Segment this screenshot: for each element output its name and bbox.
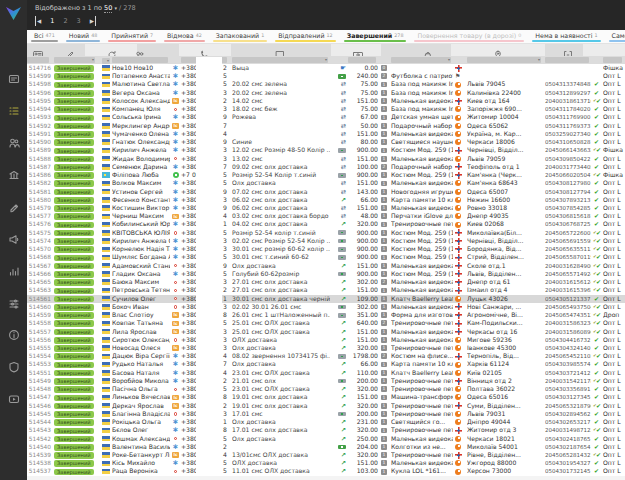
table-row[interactable]: 514563 Завершений Петровська Тетяна +380… [27, 286, 625, 294]
filter-ttn[interactable] [545, 57, 589, 63]
filter-amount[interactable] [348, 57, 376, 63]
phone-icon[interactable] [199, 45, 209, 55]
table-row[interactable]: 514565 Завершений Баюка Максим +380 63 2… [27, 278, 625, 286]
table-row[interactable]: 514577 Завершений Черниш Максим lc +380 … [27, 212, 625, 220]
table-row[interactable]: 514593 Завершений Сольська Ірина ∗ +380 … [27, 113, 625, 121]
table-row[interactable]: 514570 Завершений Корнелюк Надія Та... ∗… [27, 245, 625, 253]
chevron-down-icon[interactable]: ▾ [114, 5, 117, 11]
status-tab[interactable]: Запакований 1 [209, 30, 271, 43]
table-row[interactable]: 514539 Завершений Роке-Бетанкурт Лін... … [27, 451, 625, 459]
filter-flag[interactable]: ▾ [102, 58, 110, 64]
dashboard-icon[interactable] [7, 72, 20, 85]
table-row[interactable]: 514595 Завершений Колосок Александр lc +… [27, 97, 625, 105]
ttn-status: ✔ [591, 138, 603, 146]
table-row[interactable]: 514547 Завершений Линьков Вячеслав lc +3… [27, 393, 625, 401]
page-1[interactable]: 1 [50, 16, 54, 26]
video-icon[interactable] [7, 392, 20, 405]
status-tab[interactable]: Відправлений 12 [271, 30, 339, 43]
filter-channel[interactable] [603, 57, 622, 63]
table-row[interactable]: 514556 Завершений Сиротюк Олександр +380… [27, 336, 625, 344]
filter-product[interactable]: ▾ [391, 57, 451, 63]
table-row[interactable]: 514538 Завершений Кісь Михайло ∗ +380 55… [27, 459, 625, 467]
table-row[interactable]: 514587 Завершений Семенюк Дарина ∗ +380 … [27, 163, 625, 171]
table-row[interactable]: 514555 Завершений Новосад Олеся lc +380 … [27, 344, 625, 352]
table-row[interactable]: 514579 Завершений Костишин Виктор ∗ +380… [27, 204, 625, 212]
status-tab[interactable]: Відмова 42 [160, 30, 209, 43]
order-id-icon[interactable] [33, 45, 43, 55]
table-row[interactable]: 514591 Завершений Чумаченко Олена ∗ +380… [27, 130, 625, 138]
status-edit-icon[interactable] [65, 45, 75, 55]
table-row[interactable]: 514568 Завершений Шумляс Богдана Ан... ∗… [27, 253, 625, 261]
table-row[interactable]: 514537 Завершений Раца Вероніка +380 55 … [27, 467, 625, 475]
table-row[interactable]: 514567 Завершений Адамовский Станис... +… [27, 262, 625, 270]
table-row[interactable]: 514590 Завершений Гнатюк Олександр ∗ +38… [27, 138, 625, 146]
table-row[interactable]: 514557 Завершений Лила Ярослав lc +380 6… [27, 328, 625, 336]
table-row[interactable]: 514582 Завершений Волков Максим ∗ +380 6… [27, 179, 625, 187]
table-row[interactable]: 514566 Завершений Гладик Оксана ∗ +380 6… [27, 270, 625, 278]
company-icon[interactable] [7, 168, 20, 181]
table-row[interactable]: 514561 Завершений Сучилов Олег +380 61 3… [27, 295, 625, 303]
first-page-icon[interactable]: ◀ [35, 16, 41, 26]
filter-city[interactable]: ▾ [467, 57, 541, 63]
table-row[interactable]: 514560 Завершений Бокоч Иван +380 93 02.… [27, 303, 625, 311]
page-2[interactable]: 2 [63, 16, 67, 26]
page-3[interactable]: 3 [77, 16, 81, 26]
status-tab[interactable]: Прийнятий 7 [104, 30, 160, 43]
address-pin-icon[interactable] [493, 45, 503, 55]
table-row[interactable]: 514574 Завершений Кирилич Анжела Ол... ∗… [27, 237, 625, 245]
table-row[interactable]: 514543 Завершений Бєлов Олег ∗ +380 68 1… [27, 426, 625, 434]
table-row[interactable]: 514589 Завершений Кирилич Анжела ∗ +380 … [27, 146, 625, 154]
per-page-dropdown[interactable]: 50 [104, 4, 112, 13]
orders-icon[interactable] [7, 104, 20, 117]
status-tab[interactable]: Всі 471 [27, 30, 62, 43]
status-tab[interactable]: Самовивіз 2 [605, 30, 625, 43]
table-row[interactable]: 514545 Завершений Благінна Владіслава +3… [27, 410, 625, 418]
table-row[interactable]: 514546 Завершений Деркач Ярослав lc +380… [27, 402, 625, 410]
write-icon[interactable] [7, 200, 20, 213]
table-row[interactable]: 514581 Завершений Устинов Сергей ∗ +380 … [27, 188, 625, 196]
table-row[interactable]: 514586 Завершений Філіпова Люба +7 0735 … [27, 171, 625, 179]
table-row[interactable]: 514540 Завершений Валентина Васильє... ∗… [27, 443, 625, 451]
clients-icon[interactable] [7, 136, 20, 149]
settings-icon[interactable] [7, 296, 20, 309]
clients-icon[interactable] [135, 45, 145, 55]
info-icon[interactable] [7, 328, 20, 341]
table-row[interactable]: 514548 Завершений Пасічна Ольга +380 95 … [27, 385, 625, 393]
table-row[interactable]: 514596 Завершений Вегера Оксана ∗ +380 9… [27, 89, 625, 97]
table-row[interactable]: 514592 Завершений Мерклингер Андрей lc +… [27, 122, 625, 130]
table-row[interactable]: 514554 Завершений Дацюк Віра Сергіївна ∗… [27, 352, 625, 360]
table-row[interactable]: 514542 Завершений Кошмак Александр +380 … [27, 435, 625, 443]
shield-icon[interactable] [7, 360, 20, 373]
products-icon[interactable] [423, 45, 433, 55]
table-row[interactable]: 514588 Завершений Жидак Володимир +380 6… [27, 155, 625, 163]
filter-id[interactable] [27, 57, 49, 63]
refresh-icon[interactable] [107, 45, 117, 55]
status-tab[interactable]: Нема в наявності 1 [528, 30, 604, 43]
payment-icon[interactable] [353, 45, 363, 55]
table-row[interactable]: 514544 Завершений Рокіцька Ольга ∗ +380 … [27, 418, 625, 426]
table-row[interactable]: 514559 Завершений Влас Слотіоу lc +380 6… [27, 311, 625, 319]
marketing-icon[interactable] [7, 232, 20, 245]
ttn-brackets-icon[interactable] [563, 45, 573, 55]
table-row[interactable]: 514599 Завершений Потапенко Анастас... ∗… [27, 72, 625, 80]
table-row[interactable]: 514553 Завершений Рудько Наталья ∗ +380 … [27, 360, 625, 368]
table-row[interactable]: 514716 Завершений Нов10 Нов10 ∗ +380 92 … [27, 64, 625, 72]
table-row[interactable]: 514558 Завершений Ковпак Татьяна lc +380… [27, 319, 625, 327]
table-row[interactable]: 514549 Завершений Воробйов Микола ∗ +380… [27, 377, 625, 385]
status-tab[interactable]: Повернення товару (в дорозі) 0 [410, 30, 528, 43]
table-row[interactable]: 514594 Завершений Компанец Юля +380 93 1… [27, 105, 625, 113]
filter-status[interactable]: ▾ [54, 57, 95, 63]
table-row[interactable]: 514580 Завершений Фесенко Константин ∗ +… [27, 196, 625, 204]
comment-icon[interactable] [275, 45, 285, 55]
stats-icon[interactable] [7, 264, 20, 277]
status-tab[interactable]: Завершений 278 [340, 30, 411, 43]
table-row[interactable]: 514598 Завершений Малютина Светлана ∗ +3… [27, 80, 625, 88]
table-row[interactable]: 514551 Завершений Басова Наталя ∗ +380 6… [27, 369, 625, 377]
last-page-icon[interactable]: ▶ [90, 16, 96, 26]
table-row[interactable]: 514576 Завершений Кобилинський Юрий ∗ +3… [27, 220, 625, 228]
filter-client[interactable] [112, 57, 168, 63]
status-tab[interactable]: Новий 48 [62, 30, 105, 43]
filter-comment[interactable]: ▾ [232, 57, 328, 63]
table-row[interactable]: 514575 Завершений КВІТОВСЬКА ЮЛІЯ +380 9… [27, 229, 625, 237]
sales-channel: Опт L [603, 196, 624, 204]
